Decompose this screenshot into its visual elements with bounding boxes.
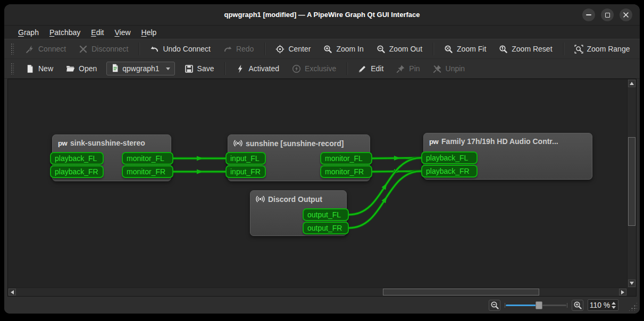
undo-connect-button[interactable]: Undo Connect bbox=[145, 42, 216, 56]
zoom-range-button[interactable]: Zoom Range bbox=[569, 42, 635, 56]
port-monitor_FR[interactable]: monitor_FR bbox=[122, 165, 173, 178]
disconnect-icon bbox=[79, 45, 88, 54]
port-playback_FL[interactable]: playback_FL bbox=[50, 152, 104, 165]
port-monitor_FR[interactable]: monitor_FR bbox=[320, 165, 372, 178]
horizontal-scrollbar-thumb[interactable] bbox=[383, 289, 539, 295]
center-icon bbox=[275, 45, 285, 54]
spinbox-arrows bbox=[612, 302, 618, 309]
patchbay-profile-combobox[interactable]: qpwgraph1 bbox=[106, 62, 174, 75]
slider-tick-left bbox=[505, 303, 505, 308]
stream-icon bbox=[256, 195, 265, 204]
exclusive-button[interactable]: Exclusive bbox=[287, 62, 341, 76]
zoom-in-button[interactable] bbox=[572, 300, 583, 311]
stream-icon bbox=[233, 139, 242, 148]
new-icon bbox=[26, 64, 35, 73]
new-button[interactable]: New bbox=[20, 62, 58, 76]
node-title: pwFamily 17h/19h HD Audio Contr... bbox=[424, 133, 592, 146]
zoom-out-button[interactable]: Zoom Out bbox=[371, 42, 428, 56]
scroll-left-button[interactable] bbox=[9, 289, 16, 295]
resize-grip[interactable] bbox=[628, 302, 637, 311]
vertical-scrollbar-thumb[interactable] bbox=[628, 137, 635, 226]
zoom-slider[interactable] bbox=[505, 300, 567, 310]
node-title-text: Discord Output bbox=[268, 195, 322, 204]
graph-view: pwsink-sunshine-stereoplayback_FLplaybac… bbox=[7, 79, 637, 297]
window-controls bbox=[582, 9, 632, 21]
graph-canvas[interactable]: pwsink-sunshine-stereoplayback_FLplaybac… bbox=[8, 79, 627, 288]
connect-icon bbox=[26, 45, 35, 54]
port-playback_FR[interactable]: playback_FR bbox=[50, 165, 104, 178]
port-monitor_FL[interactable]: monitor_FL bbox=[122, 152, 173, 165]
toolbar-button-label: Zoom Range bbox=[587, 45, 630, 53]
minimize-button[interactable] bbox=[582, 9, 595, 21]
spin-down-icon[interactable] bbox=[612, 306, 616, 309]
zoom-out-button[interactable] bbox=[489, 300, 500, 311]
spin-up-icon[interactable] bbox=[612, 302, 616, 305]
port-input_FL[interactable]: input_FL bbox=[225, 152, 266, 165]
wire-arrow-icon bbox=[197, 170, 203, 174]
toolbar-drag-handle[interactable] bbox=[11, 43, 14, 55]
port-output_FR[interactable]: output_FR bbox=[303, 222, 349, 234]
zoom-reset-icon bbox=[499, 45, 508, 54]
toolbar-button-label: Zoom Reset bbox=[512, 45, 552, 53]
save-icon bbox=[185, 64, 194, 73]
wire-arrow-icon bbox=[394, 156, 400, 160]
toolbar-button-label: Exclusive bbox=[305, 64, 336, 73]
port-output_FL[interactable]: output_FL bbox=[303, 208, 349, 221]
file-icon bbox=[111, 64, 119, 74]
scroll-right-button[interactable] bbox=[619, 289, 626, 295]
activated-button[interactable]: Activated bbox=[230, 62, 285, 76]
zoom-reset-button[interactable]: Zoom Reset bbox=[494, 42, 557, 56]
save-button[interactable]: Save bbox=[179, 62, 220, 76]
zoom-fit-button[interactable]: Zoom Fit bbox=[439, 42, 491, 56]
zoom-in-button[interactable]: Zoom In bbox=[318, 42, 369, 56]
horizontal-scrollbar[interactable] bbox=[8, 288, 627, 296]
unpin-button[interactable]: Unpin bbox=[428, 62, 471, 76]
menu-patchbay[interactable]: Patchbay bbox=[44, 27, 86, 38]
undo-icon bbox=[150, 45, 159, 54]
toolbar-separator bbox=[347, 62, 347, 75]
titlebar[interactable]: qpwgraph1 [modified] — A PipeWire Graph … bbox=[4, 4, 640, 26]
zoom-spinbox[interactable]: 110 % bbox=[588, 299, 618, 311]
menu-view[interactable]: View bbox=[109, 27, 136, 38]
menu-help[interactable]: Help bbox=[136, 27, 162, 38]
port-playback_FL[interactable]: playback_FL bbox=[421, 151, 478, 164]
scroll-up-button[interactable] bbox=[628, 80, 635, 87]
disconnect-button[interactable]: Disconnect bbox=[73, 42, 133, 56]
toolbar-separator bbox=[139, 43, 139, 55]
wire bbox=[372, 171, 421, 172]
toolbar-button-label: Activated bbox=[248, 64, 279, 73]
minimize-icon bbox=[586, 14, 591, 15]
maximize-button[interactable] bbox=[601, 9, 614, 21]
wire bbox=[372, 158, 421, 158]
toolbar-separator bbox=[563, 43, 564, 55]
close-button[interactable] bbox=[620, 9, 632, 21]
connect-button[interactable]: Connect bbox=[20, 42, 71, 56]
toolbar-button-label: Disconnect bbox=[91, 45, 128, 53]
pin-button[interactable]: Pin bbox=[391, 62, 425, 76]
wire-arrow-icon bbox=[197, 156, 203, 161]
vertical-scrollbar[interactable] bbox=[627, 79, 636, 288]
toolbar-button-label: Zoom In bbox=[336, 45, 363, 53]
toolbar-button-label: Zoom Out bbox=[389, 45, 422, 53]
zoom-slider-handle[interactable] bbox=[536, 301, 542, 309]
redo-button[interactable]: Redo bbox=[218, 42, 259, 56]
port-playback_FR[interactable]: playback_FR bbox=[421, 165, 478, 178]
toolbar-button-label: New bbox=[38, 64, 53, 73]
menu-edit[interactable]: Edit bbox=[86, 27, 109, 38]
center-button[interactable]: Center bbox=[270, 42, 316, 56]
edit-button[interactable]: Edit bbox=[353, 62, 389, 76]
wire-arrow-icon bbox=[394, 169, 400, 174]
node-title: sunshine [sunshine-record] bbox=[228, 135, 370, 148]
connection-wires bbox=[8, 79, 627, 288]
menu-graph[interactable]: Graph bbox=[13, 27, 44, 38]
toolbar-drag-handle[interactable] bbox=[11, 63, 14, 74]
node-title-text: sink-sunshine-stereo bbox=[70, 139, 145, 147]
maximize-icon bbox=[605, 13, 610, 18]
zoom-out-icon bbox=[377, 45, 386, 54]
scroll-down-button[interactable] bbox=[628, 280, 635, 287]
port-monitor_FL[interactable]: monitor_FL bbox=[320, 152, 372, 165]
toolbar-separator bbox=[433, 43, 433, 55]
zoom-value: 110 % bbox=[588, 301, 612, 309]
port-input_FR[interactable]: input_FR bbox=[225, 165, 266, 178]
open-button[interactable]: Open bbox=[61, 62, 102, 76]
